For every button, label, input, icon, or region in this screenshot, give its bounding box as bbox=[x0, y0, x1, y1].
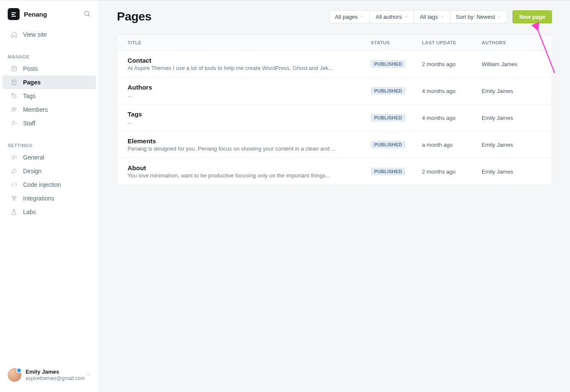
main-content: Pages All pages All authors All tags Sor… bbox=[99, 0, 570, 392]
sidebar-item-label: View site bbox=[23, 31, 47, 38]
svg-rect-0 bbox=[12, 12, 16, 13]
row-title: About bbox=[128, 164, 371, 171]
row-excerpt: You love minimalism, want to be producti… bbox=[128, 172, 371, 179]
staff-icon bbox=[10, 119, 18, 127]
sidebar-item-integrations[interactable]: Integrations bbox=[3, 192, 96, 205]
members-icon bbox=[10, 106, 18, 113]
row-author: Emily James bbox=[482, 142, 541, 148]
sidebar-item-label: Staff bbox=[23, 120, 35, 127]
sidebar-item-label: Integrations bbox=[23, 195, 54, 202]
col-authors: AUTHORS bbox=[482, 40, 541, 45]
sidebar-group-settings: SETTINGS bbox=[0, 139, 99, 151]
row-title-cell: About You love minimalism, want to be pr… bbox=[128, 164, 371, 179]
row-title-cell: Contact At Aspire Themes I use a lot of … bbox=[128, 57, 371, 71]
row-author: Emily James bbox=[482, 88, 541, 94]
row-status-cell: PUBLISHED bbox=[371, 87, 422, 95]
sidebar-item-general[interactable]: General bbox=[3, 151, 96, 164]
chevron-down-icon bbox=[404, 15, 408, 19]
home-icon bbox=[10, 31, 18, 38]
user-email: aspirethemes@gmail.com bbox=[26, 375, 85, 381]
sidebar-item-label: Members bbox=[23, 106, 48, 113]
col-title: TITLE bbox=[128, 40, 371, 45]
sidebar-item-code-injection[interactable]: Code injection bbox=[3, 178, 96, 192]
site-logo[interactable] bbox=[8, 8, 20, 20]
filter-all-pages[interactable]: All pages bbox=[329, 10, 370, 23]
row-excerpt: ... bbox=[128, 119, 371, 125]
sidebar-header: Penang bbox=[0, 0, 99, 20]
user-name: Emily James bbox=[26, 369, 85, 375]
row-author: Emily James bbox=[482, 168, 541, 175]
row-author: Emily James bbox=[482, 115, 541, 121]
row-update: a month ago bbox=[422, 142, 482, 148]
pages-icon bbox=[10, 78, 18, 86]
sidebar-user[interactable]: Emily James aspirethemes@gmail.com bbox=[0, 362, 99, 392]
row-author: William James bbox=[482, 61, 541, 67]
sidebar-group-manage: MANAGE bbox=[0, 50, 99, 62]
row-excerpt: At Aspire Themes I use a lot of tools to… bbox=[128, 65, 371, 71]
integrations-icon bbox=[10, 195, 18, 202]
svg-line-4 bbox=[88, 15, 90, 16]
row-status-cell: PUBLISHED bbox=[371, 114, 422, 122]
site-name: Penang bbox=[24, 11, 83, 18]
row-update: 2 months ago bbox=[422, 61, 482, 67]
content-header: Pages All pages All authors All tags Sor… bbox=[99, 0, 570, 35]
filter-all-authors[interactable]: All authors bbox=[370, 10, 414, 23]
chevron-down-icon bbox=[497, 15, 501, 19]
row-title: Elements bbox=[128, 137, 371, 145]
filter-all-tags[interactable]: All tags bbox=[414, 10, 451, 23]
filter-bar: All pages All authors All tags Sort by: … bbox=[329, 10, 507, 23]
row-update: 4 months ago bbox=[422, 115, 482, 121]
row-excerpt: Penang is designed for you. Penang focus… bbox=[128, 145, 371, 152]
row-excerpt: ... bbox=[128, 92, 371, 98]
table-row[interactable]: Tags ... PUBLISHED 4 months ago Emily Ja… bbox=[117, 105, 552, 131]
sidebar-item-members[interactable]: Members bbox=[3, 103, 96, 116]
row-status-cell: PUBLISHED bbox=[371, 168, 422, 175]
row-status-cell: PUBLISHED bbox=[371, 141, 422, 148]
chevron-down-icon bbox=[360, 15, 364, 19]
svg-point-3 bbox=[84, 11, 89, 16]
sidebar-item-pages[interactable]: Pages bbox=[3, 75, 96, 89]
row-update: 2 months ago bbox=[422, 168, 482, 175]
sidebar-item-tags[interactable]: Tags bbox=[3, 89, 96, 103]
sidebar-item-label: Pages bbox=[23, 79, 41, 86]
status-badge: PUBLISHED bbox=[371, 114, 405, 122]
row-title: Tags bbox=[128, 110, 371, 118]
status-badge: PUBLISHED bbox=[371, 87, 405, 95]
svg-rect-1 bbox=[12, 14, 15, 15]
sidebar-item-design[interactable]: Design bbox=[3, 164, 96, 178]
sidebar-item-label: Posts bbox=[23, 65, 38, 72]
logo-icon bbox=[11, 11, 17, 17]
row-title-cell: Elements Penang is designed for you. Pen… bbox=[128, 137, 371, 152]
sidebar-item-label: Tags bbox=[23, 93, 36, 99]
chevron-down-icon bbox=[440, 15, 445, 19]
sidebar-item-label: General bbox=[23, 154, 44, 161]
code-icon bbox=[10, 181, 18, 189]
sidebar-item-posts[interactable]: Posts bbox=[3, 62, 96, 75]
table-row[interactable]: Contact At Aspire Themes I use a lot of … bbox=[117, 51, 552, 78]
table-header: TITLE STATUS LAST UPDATE AUTHORS bbox=[117, 35, 552, 51]
posts-icon bbox=[10, 65, 18, 73]
table-row[interactable]: About You love minimalism, want to be pr… bbox=[117, 158, 552, 185]
sidebar-item-staff[interactable]: Staff bbox=[3, 116, 96, 130]
row-update: 4 months ago bbox=[422, 88, 482, 94]
new-page-button[interactable]: New page bbox=[512, 10, 552, 23]
sidebar-item-view-site[interactable]: View site bbox=[3, 28, 96, 41]
col-update: LAST UPDATE bbox=[422, 40, 482, 45]
sidebar-item-label: Design bbox=[23, 168, 42, 174]
sidebar-item-labs[interactable]: Labs bbox=[3, 205, 96, 219]
search-icon bbox=[83, 10, 91, 17]
tags-icon bbox=[10, 92, 18, 100]
row-title: Authors bbox=[128, 84, 371, 91]
gear-icon bbox=[10, 154, 18, 161]
sidebar: Penang View site MANAGE PostsPagesTagsMe… bbox=[0, 0, 99, 392]
page-title: Pages bbox=[117, 10, 329, 23]
brush-icon bbox=[10, 167, 18, 175]
labs-icon bbox=[10, 208, 18, 216]
search-button[interactable] bbox=[83, 10, 91, 19]
table-row[interactable]: Elements Penang is designed for you. Pen… bbox=[117, 131, 552, 158]
filter-sort[interactable]: Sort by: Newest bbox=[451, 10, 508, 23]
status-badge: PUBLISHED bbox=[371, 168, 405, 175]
chevron-down-icon bbox=[86, 372, 91, 378]
avatar bbox=[8, 368, 21, 382]
table-row[interactable]: Authors ... PUBLISHED 4 months ago Emily… bbox=[117, 78, 552, 105]
